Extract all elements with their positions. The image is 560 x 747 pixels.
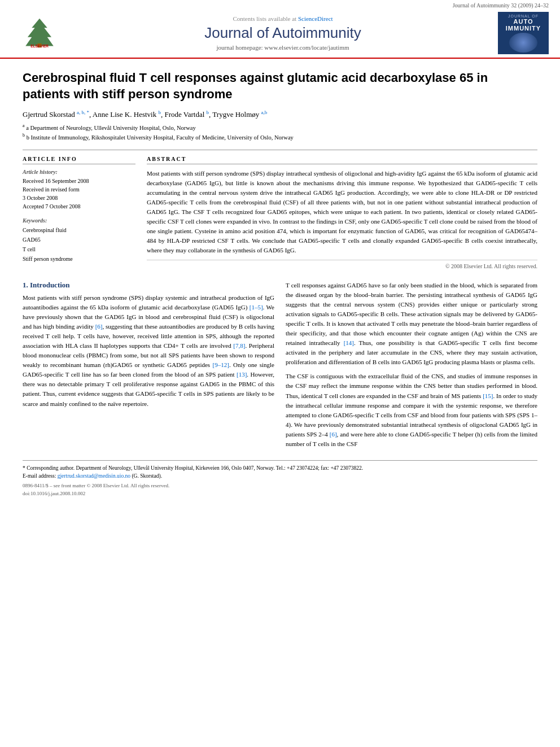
- badge-journal-text: Journal of: [508, 14, 539, 18]
- journal-header-center: Contents lists available at ScienceDirec…: [68, 15, 498, 51]
- keyword-3: T cell: [23, 244, 135, 254]
- article-history: Article history: Received 16 September 2…: [23, 169, 135, 211]
- ref-9-12[interactable]: [9–12]: [213, 361, 229, 368]
- journal-homepage: journal homepage: www.elsevier.com/locat…: [68, 44, 498, 51]
- body-two-col: 1. Introduction Most patients with stiff…: [23, 281, 537, 453]
- affiliation-b: b b Institute of Immunology, Rikshospita…: [23, 132, 537, 142]
- svg-text:ELSEVIER: ELSEVIER: [30, 44, 49, 48]
- body-left-col: 1. Introduction Most patients with stiff…: [23, 281, 274, 453]
- abstract-text: Most patients with stiff person syndrome…: [147, 169, 537, 255]
- abstract-col: ABSTRACT Most patients with stiff person…: [147, 156, 537, 270]
- history-label: Article history:: [23, 169, 135, 175]
- keyword-1: Cerebrospinal fluid: [23, 225, 135, 235]
- email-label: E-mail address:: [23, 473, 58, 479]
- affiliation-a: a a Department of Neurology, Ullevål Uni…: [23, 123, 537, 132]
- corresponding-author: * Corresponding author. Department of Ne…: [23, 464, 537, 472]
- intro-left-text: Most patients with stiff person syndrome…: [23, 293, 274, 409]
- authors: Gjertrud Skorstad a, b, *, Anne Lise K. …: [23, 109, 537, 119]
- keywords-section: Keywords: Cerebrospinal fluid GAD65 T ce…: [23, 217, 135, 264]
- intro-right-text: T cell responses against GAD65 have so f…: [286, 281, 537, 449]
- revised-label: Received in revised form: [23, 185, 135, 194]
- ref-13[interactable]: [13]: [237, 371, 247, 378]
- ref-6[interactable]: [6]: [95, 323, 103, 330]
- keyword-2: GAD65: [23, 235, 135, 244]
- body-section: 1. Introduction Most patients with stiff…: [23, 281, 537, 453]
- journal-header: ELSEVIER Contents lists available at Sci…: [0, 8, 560, 59]
- email-line: E-mail address: gjertrud.skorstad@medisi…: [23, 472, 537, 480]
- body-right-col: T cell responses against GAD65 have so f…: [286, 281, 537, 453]
- intro-heading: 1. Introduction: [23, 281, 274, 290]
- article-title: Cerebrospinal fluid T cell responses aga…: [23, 70, 537, 102]
- revised-date: 3 October 2008: [23, 194, 135, 202]
- sciencedirect-link[interactable]: ScienceDirect: [298, 15, 333, 22]
- article-info-label: ARTICLE INFO: [23, 156, 135, 164]
- badge-container: Journal of AUTOIMMUNITY: [498, 12, 548, 54]
- footnote-section: * Corresponding author. Department of Ne…: [23, 460, 537, 498]
- journal-meta: Journal of Autoimmunity 32 (2009) 24–32: [0, 0, 560, 8]
- journal-title: Journal of Autoimmunity: [68, 24, 498, 42]
- badge-name-text: AUTOIMMUNITY: [506, 18, 541, 32]
- authors-text: Gjertrud Skorstad a, b, *, Anne Lise K. …: [23, 110, 267, 119]
- badge-image: [509, 33, 537, 53]
- journal-badge: Journal of AUTOIMMUNITY: [498, 12, 549, 54]
- abstract-paragraph: Most patients with stiff person syndrome…: [147, 169, 537, 255]
- abstract-label: ABSTRACT: [147, 156, 537, 164]
- article-info-col: ARTICLE INFO Article history: Received 1…: [23, 156, 135, 270]
- journal-citation: Journal of Autoimmunity 32 (2009) 24–32: [453, 2, 549, 8]
- intro-para-3: The CSF is contiguous with the extracell…: [286, 372, 537, 448]
- intro-para-1: Most patients with stiff person syndrome…: [23, 293, 274, 409]
- copyright-line: © 2008 Elsevier Ltd. All rights reserved…: [147, 260, 537, 269]
- ref-15[interactable]: [15]: [483, 392, 493, 399]
- email-name: (G. Skorstad).: [130, 473, 162, 479]
- email-link[interactable]: gjertrud.skorstad@medisin.uio.no: [58, 473, 130, 479]
- keywords-label: Keywords:: [23, 217, 135, 224]
- sciencedirect-line: Contents lists available at ScienceDirec…: [68, 15, 498, 22]
- keyword-4: Stiff person syndrome: [23, 254, 135, 264]
- elsevier-logo-icon: ELSEVIER: [14, 18, 65, 49]
- page: Journal of Autoimmunity 32 (2009) 24–32 …: [0, 0, 560, 747]
- issn-line: 0896-8411/$ – see front matter © 2008 El…: [23, 482, 537, 497]
- info-abstract-cols: ARTICLE INFO Article history: Received 1…: [23, 156, 537, 270]
- ref-1-5[interactable]: [1–5]: [250, 304, 263, 311]
- elsevier-logo-area: ELSEVIER: [11, 12, 68, 54]
- accepted-date: Accepted 7 October 2008: [23, 202, 135, 211]
- doi-text: doi:10.1016/j.jaut.2008.10.002: [23, 491, 85, 496]
- issn-text: 0896-8411/$ – see front matter © 2008 El…: [23, 483, 169, 488]
- affiliations: a a Department of Neurology, Ullevål Uni…: [23, 123, 537, 142]
- ref-6b[interactable]: [6]: [330, 431, 337, 438]
- ref-7-8[interactable]: [7,8]: [233, 342, 245, 349]
- divider: [23, 150, 537, 150]
- intro-para-2: T cell responses against GAD65 have so f…: [286, 281, 537, 367]
- article-content: Cerebrospinal fluid T cell responses aga…: [0, 59, 560, 747]
- received-date: Received 16 September 2008: [23, 177, 135, 185]
- ref-14[interactable]: [14]: [344, 339, 354, 346]
